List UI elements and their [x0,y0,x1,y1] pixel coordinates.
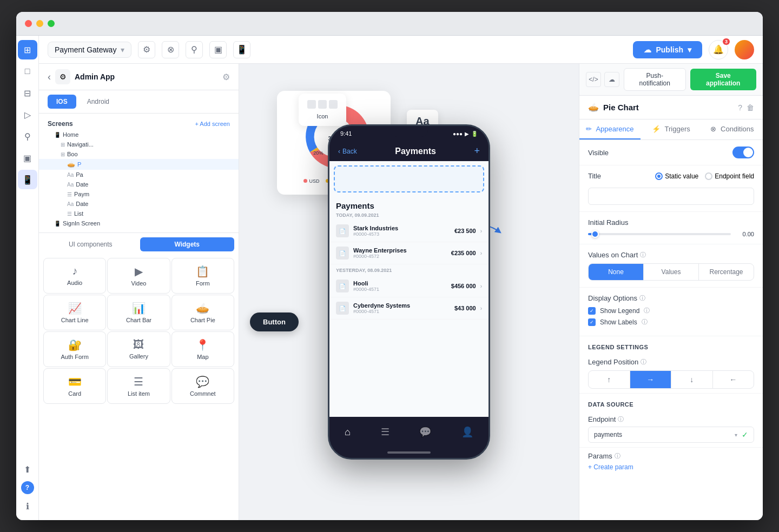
tree-item-home[interactable]: 📱 Home [39,130,239,139]
payment-item-hooli[interactable]: 📄 Hooli #0000-4571 $456 000 › [329,275,488,297]
sidebar-item-help[interactable]: ? [21,481,34,494]
show-labels-row: ✓ Show Labels ⓘ [588,318,754,326]
user-avatar[interactable] [735,40,754,59]
sidebar-item-layout[interactable]: ▣ [18,148,37,168]
link-icon-btn[interactable]: ⚲ [186,41,203,58]
notification-button[interactable]: 🔔 3 [709,40,728,59]
tree-item-signin[interactable]: 📱 SignIn Screen [39,218,239,228]
visible-toggle[interactable] [732,147,754,158]
tree-item-date2[interactable]: Aa Date [39,199,239,209]
widget-comment[interactable]: 💬 Commnet [171,368,234,404]
sidebar-item-home[interactable]: ⊞ [18,40,37,59]
tab-android[interactable]: Android [78,95,118,109]
create-param-button[interactable]: + Create param [588,463,754,471]
widget-map[interactable]: 📍 Map [171,331,234,367]
push-notification-button[interactable]: Push-notification [624,68,686,91]
values-option-values[interactable]: Values [644,264,699,280]
sidebar-item-layers[interactable]: ⊟ [18,83,37,103]
legend-pos-left[interactable]: ← [713,371,754,388]
widget-video[interactable]: ▶ Video [107,258,170,294]
tree-item-navigation[interactable]: ⊞ Navigati... [39,139,239,149]
endpoint-field-radio[interactable]: Endpoint field [705,172,754,180]
sidebar-item-upload[interactable]: ⬆ [18,460,37,479]
traffic-light-green[interactable] [48,20,55,27]
visible-label: Visible [588,149,609,157]
payment-item-cyberdyne[interactable]: 📄 Cyberdyne Systems #0000-4571 $43 000 › [329,297,488,320]
desktop-icon-btn[interactable]: ▣ [209,41,227,58]
values-option-none[interactable]: None [589,264,644,280]
legend-pos-right[interactable]: → [630,371,672,388]
share-icon-btn[interactable]: ⊗ [162,41,179,58]
sidebar-item-link[interactable]: ⚲ [18,127,37,146]
widget-audio[interactable]: ♪ Audio [43,258,106,294]
payment-icon-stark: 📄 [336,224,349,237]
tab-ui-components[interactable]: UI components [43,237,138,251]
tree-item-list[interactable]: ☰ List [39,209,239,218]
widget-card[interactable]: 💳 Card [43,368,106,404]
app-settings-icon[interactable]: ⚙ [222,72,230,82]
tree-item-paym[interactable]: ☰ Paym [39,189,239,199]
traffic-light-red[interactable] [25,20,32,27]
canvas-area[interactable]: 32% 48% 20% USD EUR RUB Aa La [239,64,579,520]
traffic-light-yellow[interactable] [36,20,43,27]
widget-form[interactable]: 📋 Form [171,258,234,294]
legend-usd: USD [303,178,319,184]
tree-item-p-active[interactable]: 🥧 P [39,159,239,170]
sidebar-item-phone[interactable]: 📱 [18,170,37,189]
code-button[interactable]: </> [586,72,601,87]
display-options-info-icon: ⓘ [639,294,645,302]
back-button[interactable]: ‹ [48,71,51,83]
static-value-radio[interactable]: Static value [655,172,698,180]
sidebar-item-play[interactable]: ▷ [18,105,37,124]
sidebar-item-box[interactable]: □ [18,62,37,81]
tab-conditions[interactable]: ⊗ Conditions [702,119,763,139]
legend-pos-bottom[interactable]: ↓ [671,371,713,388]
phone-nav-list[interactable]: ☰ [381,426,390,438]
widget-list-item[interactable]: ☰ List item [107,368,170,404]
tree-item-date1[interactable]: Aa Date [39,179,239,189]
tab-ios[interactable]: IOS [48,95,76,109]
left-panel: ‹ ⚙ Admin App ⚙ IOS Android Screens [39,64,239,520]
add-screen-button[interactable]: + Add screen [195,121,230,127]
legend-settings-section: LEGEND SETTINGS [579,336,763,354]
tab-appearance[interactable]: ✏ Appearence [579,119,641,139]
show-labels-checkbox[interactable]: ✓ [588,318,596,326]
tab-triggers[interactable]: ⚡ Triggers [641,119,702,139]
payment-item-wayne[interactable]: 📄 Wayne Enterprises #0000-4572 €235 000 … [329,242,488,264]
phone-nav-user[interactable]: 👤 [461,426,473,438]
phone-nav-home[interactable]: ⌂ [345,427,351,438]
triggers-icon: ⚡ [652,125,661,133]
tree-item-pa[interactable]: Aa Pa [39,170,239,179]
tree-item-boo[interactable]: ⊞ Boo [39,149,239,159]
sidebar-item-info[interactable]: ℹ [18,496,37,516]
values-option-percentage[interactable]: Rercentage [699,264,754,280]
legend-pos-top[interactable]: ↑ [589,371,630,388]
widget-chart-bar[interactable]: 📊 Chart Bar [107,295,170,330]
phone-selected-area[interactable] [334,165,484,192]
yesterday-label: YESTERDAY, 08.09.2021 [329,264,488,275]
component-help-icon[interactable]: ? [738,103,742,112]
title-input[interactable] [588,188,754,205]
settings-icon-btn[interactable]: ⚙ [138,41,155,58]
tab-widgets[interactable]: Widgets [140,237,235,251]
payment-item-stark[interactable]: 📄 Stark Industries #0000-4573 €23 500 › [329,220,488,242]
component-delete-icon[interactable]: 🗑 [747,103,754,112]
project-dropdown[interactable]: Payment Gateway ▾ [48,42,131,58]
mobile-icon-btn[interactable]: 📱 [233,41,250,58]
endpoint-row[interactable]: payments ▾ ✓ [588,427,754,443]
publish-button[interactable]: ☁ Publish ▾ [633,41,702,58]
widget-gallery[interactable]: 🖼 Gallery [107,331,170,367]
phone-nav-msg[interactable]: 💬 [419,426,431,438]
notification-badge: 3 [723,38,730,45]
widget-chart-pie[interactable]: 🥧 Chart Pie [171,295,234,330]
radius-slider[interactable] [588,233,731,235]
widget-auth-form[interactable]: 🔐 Auth Form [43,331,106,367]
radius-slider-thumb[interactable] [591,230,599,238]
dropdown-chevron-icon: ▾ [121,45,124,54]
phone-back-button[interactable]: ‹ Back [338,148,357,155]
save-application-button[interactable]: Save application [690,69,756,90]
phone-add-button[interactable]: + [474,145,480,157]
show-legend-checkbox[interactable]: ✓ [588,307,596,315]
cloud-upload-button[interactable]: ☁ [604,72,619,87]
widget-chart-line[interactable]: 📈 Chart Line [43,295,106,330]
